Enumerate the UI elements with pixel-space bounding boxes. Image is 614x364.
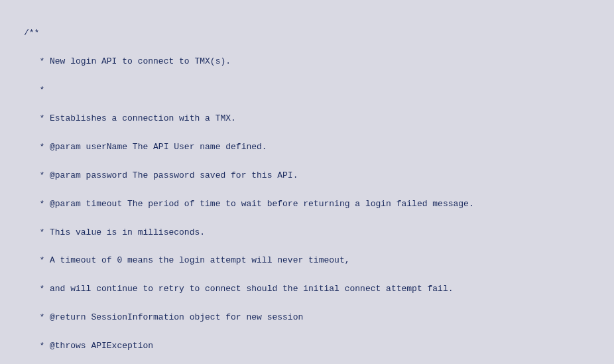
code-block: /** * New login API to connect to TMX(s)… — [24, 12, 614, 364]
code-line: * @throws APIException — [24, 339, 614, 353]
code-line: * and will continue to retry to connect … — [24, 282, 614, 296]
code-line: * Establishes a connection with a TMX. — [24, 111, 614, 125]
code-line: * This value is in milliseconds. — [24, 225, 614, 239]
code-line: * New login API to connect to TMX(s). — [24, 54, 614, 68]
code-line: * — [24, 83, 614, 97]
code-line: * @param userName The API User name defi… — [24, 140, 614, 154]
code-line: * A timeout of 0 means the login attempt… — [24, 253, 614, 267]
code-line: /** — [24, 26, 614, 40]
code-line: * @param password The password saved for… — [24, 168, 614, 182]
code-line: * @return SessionInformation object for … — [24, 310, 614, 324]
code-line: * @param timeout The period of time to w… — [24, 197, 614, 211]
